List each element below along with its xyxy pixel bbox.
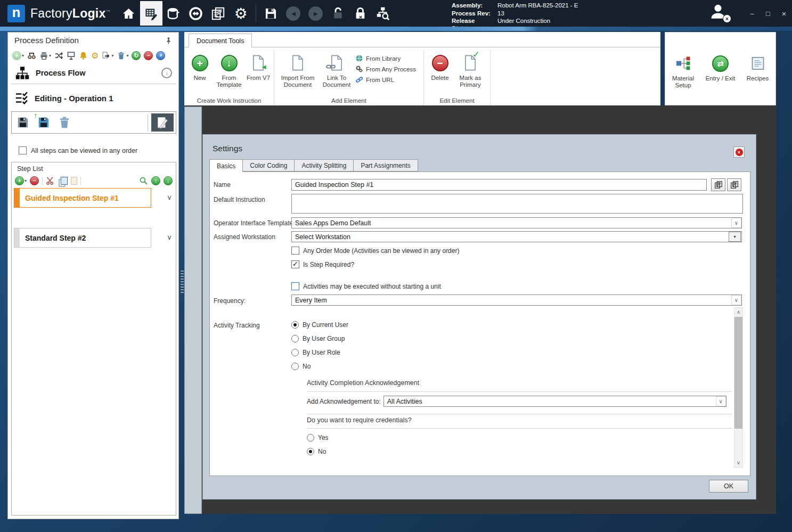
any-order-checkbox[interactable]: [19, 146, 27, 154]
radio-by-user-role[interactable]: [291, 349, 299, 356]
name-input[interactable]: [291, 179, 707, 191]
save-as-button[interactable]: ↑: [35, 114, 52, 132]
new-button[interactable]: + New: [187, 51, 212, 81]
close-button[interactable]: ×: [776, 0, 792, 27]
move-step-up-button[interactable]: ↑: [151, 176, 160, 185]
add-operation-button[interactable]: +▾: [12, 51, 24, 60]
recipes-button[interactable]: Recipes: [741, 52, 774, 105]
import-from-document-button[interactable]: Import From Document: [277, 51, 318, 88]
tab-color-coding[interactable]: Color Coding: [243, 159, 295, 171]
step-item-guided-inspection[interactable]: Guided Inspection Step #1: [14, 188, 151, 208]
panel-splitter-handle[interactable]: [181, 271, 184, 293]
refresh-button[interactable]: ↻: [132, 51, 141, 60]
minimize-button[interactable]: –: [744, 0, 760, 27]
tab-basics[interactable]: Basics: [209, 159, 243, 172]
radio-tracking-no[interactable]: [291, 363, 299, 370]
tab-activity-splitting[interactable]: Activity Splitting: [295, 159, 354, 171]
step-expand-chevron[interactable]: ∨: [165, 233, 174, 241]
home-button[interactable]: [118, 1, 140, 26]
without-unit-checkbox[interactable]: [291, 282, 299, 290]
dialog-scrollbar[interactable]: ∧ ∨: [734, 307, 743, 468]
scroll-thumb[interactable]: [734, 317, 742, 429]
from-v7-button[interactable]: ◄ From V7: [246, 51, 271, 81]
radio-credentials-no[interactable]: [307, 448, 314, 455]
save-operation-button[interactable]: [14, 114, 31, 132]
editing-operation-label: Editing - Operation 1: [35, 94, 113, 103]
credentials-yes-row: Yes: [307, 434, 329, 441]
dropdown-arrow-icon: ▾: [126, 53, 128, 58]
alerts-button[interactable]: [79, 51, 88, 60]
radio-credentials-yes[interactable]: [307, 434, 314, 441]
cut-step-button[interactable]: [46, 176, 55, 185]
tab-part-assignments[interactable]: Part Assignments: [354, 159, 418, 171]
process-flow-row[interactable]: Process Flow ↓: [11, 63, 176, 83]
step-item-standard[interactable]: Standard Step #2: [14, 228, 151, 248]
radio-by-user-group[interactable]: [291, 335, 299, 342]
any-order-mode-checkbox[interactable]: [291, 247, 299, 255]
paste-step-button[interactable]: [71, 177, 77, 185]
shuffle-button[interactable]: [54, 51, 63, 60]
scroll-up-arrow[interactable]: ∧: [734, 308, 742, 316]
delete-operation-button[interactable]: [55, 114, 73, 132]
remove-button[interactable]: −: [144, 51, 153, 60]
pause-button[interactable]: II: [156, 51, 165, 60]
copy-name-all-button[interactable]: [727, 178, 741, 191]
zoom-step-button[interactable]: [139, 176, 148, 185]
radio-label: By User Role: [303, 349, 340, 356]
magnifier-icon: [139, 176, 148, 185]
add-acknowledgement-select[interactable]: All Activities ∨: [383, 396, 726, 407]
edit-work-instructions-button[interactable]: [151, 113, 174, 132]
copy-name-button[interactable]: [711, 178, 725, 191]
entry-exit-button[interactable]: ⇄ Entry / Exit: [704, 52, 737, 105]
from-library-button[interactable]: From Library: [355, 54, 420, 62]
undo-button[interactable]: ◄: [282, 1, 305, 26]
lock-close-button[interactable]: ×: [349, 1, 372, 26]
add-step-button[interactable]: +▾: [15, 176, 27, 185]
print-button[interactable]: ▾: [39, 51, 51, 60]
presentation-button[interactable]: [67, 51, 76, 60]
is-step-required-checkbox[interactable]: [291, 260, 299, 268]
from-template-button[interactable]: ↓ From Template: [213, 51, 245, 88]
remove-step-button[interactable]: −: [30, 176, 39, 185]
delete-element-button[interactable]: − Delete: [427, 51, 453, 81]
process-audit-button[interactable]: [372, 1, 394, 26]
copy-step-button[interactable]: [58, 177, 68, 185]
operator-interface-template-select[interactable]: Sales Apps Demo Default ∨: [291, 217, 742, 228]
redo-button[interactable]: ►: [305, 1, 327, 26]
link-to-document-button[interactable]: Link To Document: [319, 51, 354, 88]
dialog-close-button[interactable]: ×: [733, 146, 745, 158]
save-button[interactable]: [260, 1, 282, 26]
button-label: New: [193, 75, 206, 81]
mark-as-primary-button[interactable]: ✓ Mark as Primary: [454, 51, 487, 88]
assigned-workstation-select[interactable]: Select Workstation ▾: [291, 231, 742, 242]
reports-button[interactable]: [207, 1, 230, 26]
from-url-button[interactable]: From URL: [355, 76, 420, 84]
expand-down-icon[interactable]: ↓: [161, 68, 172, 78]
find-button[interactable]: [27, 51, 36, 60]
step-expand-chevron[interactable]: ∨: [165, 193, 174, 201]
group-label: Edit Element: [427, 96, 487, 105]
logistics-button[interactable]: [185, 1, 207, 26]
paste-page-icon: [71, 177, 77, 185]
options-button[interactable]: ⚙: [91, 51, 99, 61]
projector-screen-icon: [67, 51, 76, 60]
frequency-select[interactable]: Every Item ∨: [291, 294, 742, 306]
process-planning-button[interactable]: [140, 1, 162, 26]
radio-by-current-user[interactable]: [291, 321, 299, 329]
unlock-button[interactable]: [327, 1, 349, 26]
ok-button[interactable]: OK: [709, 480, 748, 493]
dropdown-button[interactable]: ▾: [729, 232, 741, 242]
pin-button[interactable]: [165, 37, 173, 45]
archive-button[interactable]: ▾: [117, 51, 128, 60]
production-button[interactable]: [162, 1, 185, 26]
move-step-down-button[interactable]: ↓: [164, 176, 173, 185]
tab-document-tools[interactable]: Document Tools: [189, 34, 252, 47]
user-logout-button[interactable]: ×: [709, 3, 730, 24]
maximize-button[interactable]: □: [760, 0, 776, 27]
scroll-down-arrow[interactable]: ∨: [734, 459, 742, 467]
material-setup-button[interactable]: Material Setup: [667, 52, 700, 105]
from-any-process-button[interactable]: From Any Process: [355, 65, 420, 73]
export-button[interactable]: ▾: [102, 51, 113, 60]
default-instruction-textarea[interactable]: [291, 194, 743, 214]
settings-button[interactable]: ⚙: [230, 1, 252, 26]
